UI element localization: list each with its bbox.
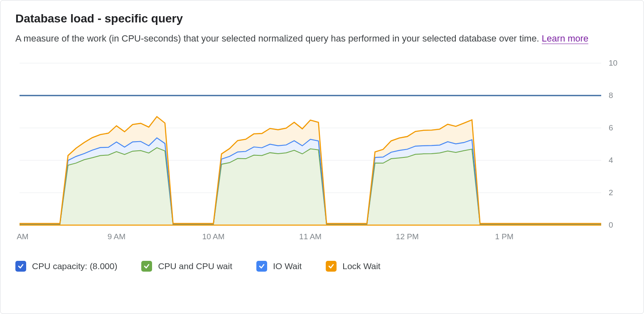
chart-legend: CPU capacity: (8.000) CPU and CPU wait I… bbox=[15, 261, 629, 272]
learn-more-link[interactable]: Learn more bbox=[542, 33, 589, 44]
svg-text:8 AM: 8 AM bbox=[15, 232, 29, 241]
svg-text:6: 6 bbox=[609, 123, 613, 132]
legend-label: CPU capacity: (8.000) bbox=[32, 261, 117, 271]
legend-label: Lock Wait bbox=[342, 261, 380, 271]
svg-text:8: 8 bbox=[609, 91, 613, 100]
description-text: A measure of the work (in CPU-seconds) t… bbox=[15, 33, 542, 44]
legend-item-lock-wait[interactable]: Lock Wait bbox=[326, 261, 380, 272]
checkbox-icon bbox=[141, 261, 152, 272]
chart-container: 02468108 AM9 AM10 AM11 AM12 PM1 PM bbox=[15, 59, 629, 250]
svg-text:11 AM: 11 AM bbox=[299, 232, 322, 241]
legend-item-io-wait[interactable]: IO Wait bbox=[256, 261, 302, 272]
legend-label: CPU and CPU wait bbox=[158, 261, 232, 271]
checkbox-icon bbox=[256, 261, 267, 272]
svg-text:10 AM: 10 AM bbox=[202, 232, 225, 241]
svg-text:1 PM: 1 PM bbox=[495, 232, 513, 241]
database-load-chart: 02468108 AM9 AM10 AM11 AM12 PM1 PM bbox=[15, 59, 626, 250]
card-description: A measure of the work (in CPU-seconds) t… bbox=[15, 31, 605, 46]
database-load-card: Database load - specific query A measure… bbox=[0, 0, 644, 314]
svg-text:4: 4 bbox=[609, 156, 613, 164]
legend-label: IO Wait bbox=[273, 261, 302, 271]
svg-text:12 PM: 12 PM bbox=[396, 232, 419, 241]
svg-text:10: 10 bbox=[609, 59, 617, 67]
checkbox-icon bbox=[15, 261, 26, 272]
svg-text:0: 0 bbox=[609, 221, 613, 229]
svg-text:9 AM: 9 AM bbox=[108, 232, 125, 241]
card-title: Database load - specific query bbox=[15, 12, 629, 25]
svg-text:2: 2 bbox=[609, 188, 613, 197]
legend-item-cpu-capacity[interactable]: CPU capacity: (8.000) bbox=[15, 261, 117, 272]
checkbox-icon bbox=[326, 261, 337, 272]
legend-item-cpu-wait[interactable]: CPU and CPU wait bbox=[141, 261, 232, 272]
